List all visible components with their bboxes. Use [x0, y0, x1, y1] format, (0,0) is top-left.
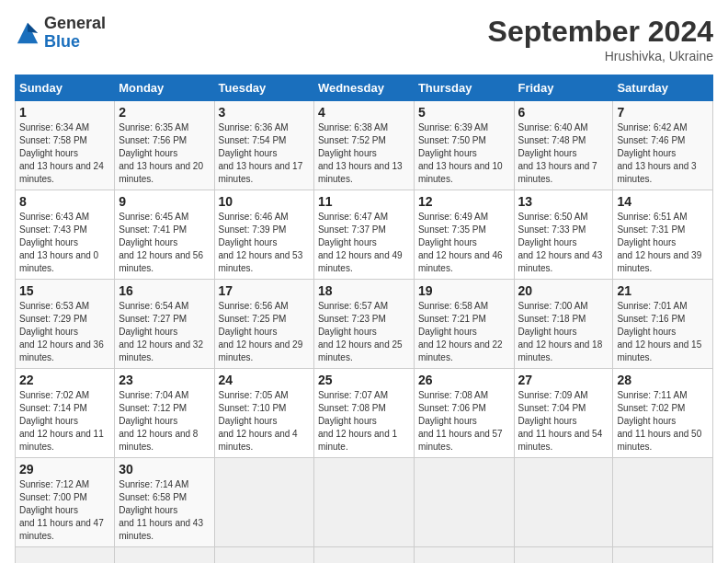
day-number: 22 — [19, 373, 110, 387]
day-detail: Sunrise: 6:39 AMSunset: 7:50 PMDaylight … — [418, 121, 510, 186]
table-row: 10Sunrise: 6:46 AMSunset: 7:39 PMDayligh… — [214, 190, 313, 280]
table-row: 9Sunrise: 6:45 AMSunset: 7:41 PMDaylight… — [115, 190, 214, 280]
table-row — [313, 547, 414, 564]
table-row — [16, 547, 115, 564]
day-number: 6 — [518, 105, 609, 120]
day-detail: Sunrise: 6:49 AMSunset: 7:35 PMDaylight … — [418, 211, 510, 275]
day-detail: Sunrise: 6:47 AMSunset: 7:37 PMDaylight … — [318, 211, 410, 275]
table-row: 20Sunrise: 7:00 AMSunset: 7:18 PMDayligh… — [514, 280, 613, 369]
day-detail: Sunrise: 7:08 AMSunset: 7:06 PMDaylight … — [418, 389, 510, 454]
table-row: 27Sunrise: 7:09 AMSunset: 7:04 PMDayligh… — [514, 369, 613, 458]
table-row: 14Sunrise: 6:51 AMSunset: 7:31 PMDayligh… — [613, 190, 713, 280]
day-detail: Sunrise: 6:54 AMSunset: 7:27 PMDaylight … — [119, 300, 210, 364]
header-friday: Friday — [514, 75, 613, 101]
table-row — [514, 458, 613, 547]
day-number: 1 — [19, 105, 110, 120]
logo: General Blue — [15, 15, 106, 52]
day-number: 28 — [617, 373, 709, 387]
day-detail: Sunrise: 7:11 AMSunset: 7:02 PMDaylight … — [617, 389, 709, 454]
svg-marker-1 — [28, 23, 38, 33]
day-number: 8 — [19, 194, 110, 209]
day-detail: Sunrise: 6:34 AMSunset: 7:58 PMDaylight … — [19, 121, 110, 186]
day-number: 2 — [119, 105, 210, 120]
header-sunday: Sunday — [16, 75, 115, 101]
day-number: 5 — [418, 105, 510, 120]
day-number: 18 — [318, 283, 410, 298]
day-detail: Sunrise: 6:51 AMSunset: 7:31 PMDaylight … — [617, 211, 709, 275]
day-detail: Sunrise: 6:42 AMSunset: 7:46 PMDaylight … — [617, 121, 709, 186]
table-row — [214, 458, 313, 547]
table-row: 22Sunrise: 7:02 AMSunset: 7:14 PMDayligh… — [16, 369, 115, 458]
day-number: 16 — [119, 283, 210, 298]
table-row: 5Sunrise: 6:39 AMSunset: 7:50 PMDaylight… — [414, 101, 514, 190]
table-row: 15Sunrise: 6:53 AMSunset: 7:29 PMDayligh… — [16, 280, 115, 369]
table-row: 28Sunrise: 7:11 AMSunset: 7:02 PMDayligh… — [613, 369, 713, 458]
table-row: 25Sunrise: 7:07 AMSunset: 7:08 PMDayligh… — [313, 369, 414, 458]
table-row: 7Sunrise: 6:42 AMSunset: 7:46 PMDaylight… — [613, 101, 713, 190]
logo-icon — [15, 20, 40, 46]
day-detail: Sunrise: 6:35 AMSunset: 7:56 PMDaylight … — [119, 121, 210, 186]
day-detail: Sunrise: 7:00 AMSunset: 7:18 PMDaylight … — [518, 300, 609, 364]
day-detail: Sunrise: 6:50 AMSunset: 7:33 PMDaylight … — [518, 211, 609, 275]
header-thursday: Thursday — [414, 75, 514, 101]
table-row: 12Sunrise: 6:49 AMSunset: 7:35 PMDayligh… — [414, 190, 514, 280]
day-detail: Sunrise: 6:38 AMSunset: 7:52 PMDaylight … — [318, 121, 410, 186]
table-row — [313, 458, 414, 547]
day-detail: Sunrise: 6:45 AMSunset: 7:41 PMDaylight … — [119, 211, 210, 275]
day-number: 20 — [518, 283, 609, 298]
header: General Blue September 2024 Hrushivka, U… — [15, 15, 713, 63]
day-number: 7 — [617, 105, 709, 120]
title-area: September 2024 Hrushivka, Ukraine — [488, 15, 713, 63]
day-number: 23 — [119, 373, 210, 387]
location-title: Hrushivka, Ukraine — [488, 49, 713, 63]
table-row: 4Sunrise: 6:38 AMSunset: 7:52 PMDaylight… — [313, 101, 414, 190]
header-saturday: Saturday — [613, 75, 713, 101]
table-row: 8Sunrise: 6:43 AMSunset: 7:43 PMDaylight… — [16, 190, 115, 280]
day-number: 17 — [219, 283, 310, 298]
day-detail: Sunrise: 7:02 AMSunset: 7:14 PMDaylight … — [19, 389, 110, 454]
day-number: 15 — [19, 283, 110, 298]
calendar-header: Sunday Monday Tuesday Wednesday Thursday… — [16, 75, 713, 101]
table-row: 17Sunrise: 6:56 AMSunset: 7:25 PMDayligh… — [214, 280, 313, 369]
day-number: 29 — [19, 462, 110, 477]
day-number: 11 — [318, 194, 410, 209]
day-number: 4 — [318, 105, 410, 120]
logo-general: General — [44, 14, 106, 32]
day-detail: Sunrise: 6:36 AMSunset: 7:54 PMDaylight … — [219, 121, 310, 186]
day-detail: Sunrise: 7:14 AMSunset: 6:58 PMDaylight … — [119, 478, 210, 543]
table-row: 6Sunrise: 6:40 AMSunset: 7:48 PMDaylight… — [514, 101, 613, 190]
table-row: 29Sunrise: 7:12 AMSunset: 7:00 PMDayligh… — [16, 458, 115, 547]
month-title: September 2024 — [488, 15, 713, 49]
day-number: 25 — [318, 373, 410, 387]
table-row — [414, 458, 514, 547]
day-number: 12 — [418, 194, 510, 209]
table-row: 2Sunrise: 6:35 AMSunset: 7:56 PMDaylight… — [115, 101, 214, 190]
day-number: 27 — [518, 373, 609, 387]
table-row: 23Sunrise: 7:04 AMSunset: 7:12 PMDayligh… — [115, 369, 214, 458]
day-detail: Sunrise: 6:58 AMSunset: 7:21 PMDaylight … — [418, 300, 510, 364]
day-detail: Sunrise: 7:09 AMSunset: 7:04 PMDaylight … — [518, 389, 609, 454]
table-row: 21Sunrise: 7:01 AMSunset: 7:16 PMDayligh… — [613, 280, 713, 369]
day-number: 21 — [617, 283, 709, 298]
day-number: 3 — [219, 105, 310, 120]
table-row: 24Sunrise: 7:05 AMSunset: 7:10 PMDayligh… — [214, 369, 313, 458]
day-detail: Sunrise: 7:04 AMSunset: 7:12 PMDaylight … — [119, 389, 210, 454]
day-detail: Sunrise: 7:05 AMSunset: 7:10 PMDaylight … — [219, 389, 310, 454]
day-detail: Sunrise: 6:56 AMSunset: 7:25 PMDaylight … — [219, 300, 310, 364]
day-detail: Sunrise: 6:40 AMSunset: 7:48 PMDaylight … — [518, 121, 609, 186]
day-number: 26 — [418, 373, 510, 387]
table-row: 11Sunrise: 6:47 AMSunset: 7:37 PMDayligh… — [313, 190, 414, 280]
logo-text: General Blue — [44, 15, 106, 52]
day-detail: Sunrise: 7:01 AMSunset: 7:16 PMDaylight … — [617, 300, 709, 364]
day-number: 13 — [518, 194, 609, 209]
table-row: 3Sunrise: 6:36 AMSunset: 7:54 PMDaylight… — [214, 101, 313, 190]
table-row — [214, 547, 313, 564]
table-row: 1Sunrise: 6:34 AMSunset: 7:58 PMDaylight… — [16, 101, 115, 190]
table-row — [514, 547, 613, 564]
day-number: 24 — [219, 373, 310, 387]
day-number: 10 — [219, 194, 310, 209]
header-tuesday: Tuesday — [214, 75, 313, 101]
day-number: 19 — [418, 283, 510, 298]
logo-blue: Blue — [44, 32, 80, 51]
table-row — [613, 458, 713, 547]
